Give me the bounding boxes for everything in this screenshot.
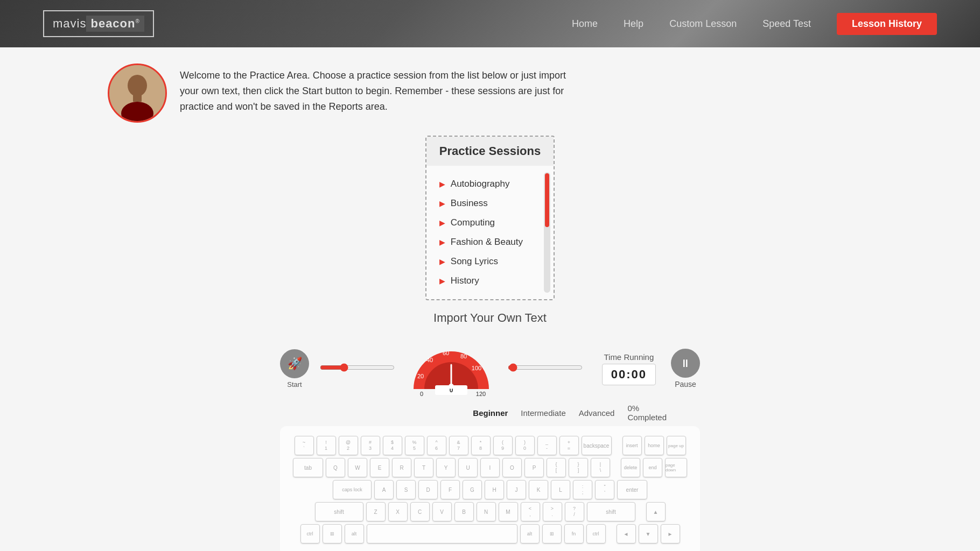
svg-text:100: 100 xyxy=(472,365,481,371)
key-quote[interactable]: "' xyxy=(595,480,614,499)
nav-lesson-history[interactable]: Lesson History xyxy=(837,13,937,35)
nav-custom-lesson[interactable]: Custom Lesson xyxy=(669,18,737,30)
key-up[interactable]: ▲ xyxy=(646,502,666,521)
key-shift-right[interactable]: shift xyxy=(587,502,635,521)
logo-mavis-text: mavis xyxy=(53,17,86,31)
key-e[interactable]: E xyxy=(370,458,389,477)
key-semicolon[interactable]: :; xyxy=(573,480,592,499)
practice-item[interactable]: ▶History xyxy=(426,271,541,291)
key-h[interactable]: H xyxy=(485,480,504,499)
scrollbar-track[interactable] xyxy=(544,172,550,293)
key-1[interactable]: !1 xyxy=(317,436,336,455)
key-2[interactable]: @2 xyxy=(339,436,358,455)
key-alt-right[interactable]: alt xyxy=(520,524,540,543)
nav-speed-test[interactable]: Speed Test xyxy=(762,18,811,30)
keyboard-row-3: caps lock A S D F G H J K L :; "' enter xyxy=(293,480,687,499)
main-content: Welcome to the Practice Area. Choose a p… xyxy=(0,47,980,551)
key-k[interactable]: K xyxy=(529,480,548,499)
nav-home[interactable]: Home xyxy=(572,18,598,30)
key-end[interactable]: end xyxy=(643,458,662,477)
key-fn[interactable]: fn xyxy=(564,524,584,543)
key-space[interactable] xyxy=(367,524,517,543)
key-minus[interactable]: _- xyxy=(537,436,557,455)
key-delete[interactable]: delete xyxy=(621,458,640,477)
key-t[interactable]: T xyxy=(414,458,433,477)
chevron-right-icon: ▶ xyxy=(439,257,445,266)
key-m[interactable]: M xyxy=(499,502,518,521)
practice-item[interactable]: ▶Business xyxy=(426,194,541,213)
pause-label: Pause xyxy=(675,380,696,388)
practice-item[interactable]: ▶Song Lyrics xyxy=(426,252,541,271)
key-pgdn[interactable]: page down xyxy=(665,458,687,477)
nav-help[interactable]: Help xyxy=(624,18,643,30)
key-slash[interactable]: ?/ xyxy=(565,502,584,521)
key-backtick[interactable]: ~` xyxy=(295,436,314,455)
key-shift-left[interactable]: shift xyxy=(315,502,363,521)
keyboard-row-1: ~` !1 @2 #3 $4 %5 ^6 &7 *8 (9 )0 _- += b… xyxy=(293,436,687,455)
key-win-left[interactable]: ⊞ xyxy=(323,524,342,543)
key-d[interactable]: D xyxy=(418,480,438,499)
key-ctrl-left[interactable]: ctrl xyxy=(300,524,320,543)
key-ctrl-right[interactable]: ctrl xyxy=(586,524,606,543)
practice-sessions-title: Practice Sessions xyxy=(426,137,554,166)
key-left[interactable]: ◄ xyxy=(617,524,636,543)
key-lbracket[interactable]: {[ xyxy=(547,458,566,477)
key-period[interactable]: >. xyxy=(543,502,562,521)
key-v[interactable]: V xyxy=(432,502,452,521)
svg-text:80: 80 xyxy=(460,353,467,359)
key-down[interactable]: ▼ xyxy=(639,524,658,543)
key-win-right[interactable]: ⊞ xyxy=(542,524,562,543)
key-q[interactable]: Q xyxy=(326,458,345,477)
key-7[interactable]: &7 xyxy=(449,436,468,455)
key-c[interactable]: C xyxy=(410,502,430,521)
svg-text:20: 20 xyxy=(417,373,424,379)
key-f[interactable]: F xyxy=(440,480,460,499)
key-9[interactable]: (9 xyxy=(493,436,513,455)
key-tab[interactable]: tab xyxy=(293,458,323,477)
key-enter[interactable]: enter xyxy=(617,480,647,499)
key-o[interactable]: O xyxy=(502,458,522,477)
chevron-right-icon: ▶ xyxy=(439,180,445,188)
key-y[interactable]: Y xyxy=(436,458,456,477)
key-z[interactable]: Z xyxy=(366,502,386,521)
key-capslock[interactable]: caps lock xyxy=(333,480,372,499)
practice-item[interactable]: ▶Computing xyxy=(426,213,541,232)
practice-item[interactable]: ▶Fashion & Beauty xyxy=(426,232,541,252)
key-comma[interactable]: <, xyxy=(521,502,540,521)
key-equals[interactable]: += xyxy=(559,436,579,455)
key-a[interactable]: A xyxy=(374,480,394,499)
key-6[interactable]: ^6 xyxy=(427,436,446,455)
speedometer-svg: 20 40 60 80 100 0 0 120 xyxy=(405,338,497,397)
key-rbracket[interactable]: }] xyxy=(569,458,588,477)
key-g[interactable]: G xyxy=(463,480,482,499)
key-pgup[interactable]: page up xyxy=(667,436,686,455)
logo-beacon-text: beacon® xyxy=(86,16,144,32)
key-alt-left[interactable]: alt xyxy=(345,524,364,543)
key-backspace[interactable]: backspace xyxy=(582,436,612,455)
right-slider[interactable] xyxy=(508,363,583,372)
practice-item[interactable]: ▶Autobiography xyxy=(426,174,541,194)
start-button[interactable]: 🚀 xyxy=(280,349,309,378)
key-p[interactable]: P xyxy=(524,458,544,477)
key-r[interactable]: R xyxy=(392,458,411,477)
key-8[interactable]: *8 xyxy=(471,436,491,455)
key-j[interactable]: J xyxy=(507,480,526,499)
pause-button[interactable]: ⏸ xyxy=(671,349,700,378)
key-u[interactable]: U xyxy=(458,458,478,477)
key-0[interactable]: )0 xyxy=(515,436,535,455)
key-b[interactable]: B xyxy=(454,502,474,521)
left-slider[interactable] xyxy=(320,363,395,372)
key-right[interactable]: ► xyxy=(661,524,680,543)
key-4[interactable]: $4 xyxy=(383,436,402,455)
key-l[interactable]: L xyxy=(551,480,570,499)
key-insert[interactable]: insert xyxy=(622,436,642,455)
key-3[interactable]: #3 xyxy=(361,436,380,455)
key-w[interactable]: W xyxy=(348,458,367,477)
key-backslash[interactable]: |\ xyxy=(591,458,610,477)
key-n[interactable]: N xyxy=(477,502,496,521)
key-i[interactable]: I xyxy=(480,458,500,477)
key-home[interactable]: home xyxy=(645,436,664,455)
key-s[interactable]: S xyxy=(396,480,416,499)
key-5[interactable]: %5 xyxy=(405,436,424,455)
key-x[interactable]: X xyxy=(388,502,408,521)
